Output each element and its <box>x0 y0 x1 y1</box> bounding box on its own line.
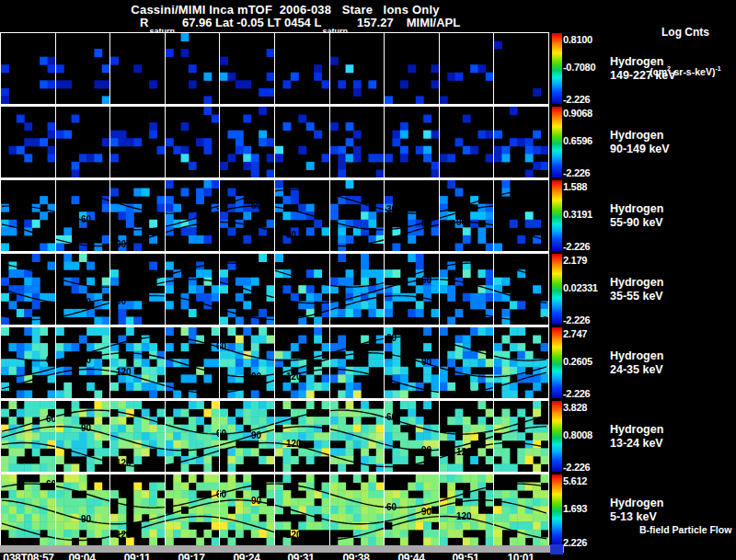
l-value: 157.27 <box>357 16 394 29</box>
cb-min-row7: 2.226 <box>563 537 627 548</box>
colorbar-row6 <box>552 401 562 472</box>
time-tick-2: 09:04 <box>68 552 95 560</box>
bfield-particle-flow-label: B-field Particle Flow <box>639 524 731 535</box>
cb-max-row2: 0.9068 <box>563 108 627 119</box>
time-tick-6: 09:31 <box>287 552 314 560</box>
ephemeris-values: 67.96 Lat -0.05 LT 0454 L <box>182 16 322 29</box>
cb-min-row1: -2.226 <box>563 94 627 105</box>
time-tick-10: 10:01 <box>507 552 534 560</box>
cb-min-row5: -2.226 <box>563 388 627 399</box>
colorbar-row5 <box>552 327 562 398</box>
row1-species-label: Hydrogen 149-227 keV <box>610 55 676 83</box>
time-tick-8: 09:44 <box>397 552 424 560</box>
cb-max-row6: 3.828 <box>563 402 627 413</box>
time-tick-9: 09:51 <box>452 552 478 560</box>
row2-species-label: Hydrogen 90-149 keV <box>610 129 670 156</box>
row6-species-label: Hydrogen 13-24 keV <box>610 423 663 451</box>
units-line1: Log Cnts <box>626 27 736 39</box>
colorbar-row2 <box>552 107 562 177</box>
cb-max-row5: 2.747 <box>563 328 627 339</box>
row3-species-label: Hydrogen 55-90 keV <box>610 202 663 230</box>
cb-min-row2: -2.226 <box>563 167 627 178</box>
cb-max-row4: 2.179 <box>563 255 627 266</box>
time-tick-3: 09:11 <box>124 552 151 560</box>
time-tick-1: 038T08:57 <box>3 552 53 560</box>
cb-max-row1: 0.8100 <box>563 34 627 45</box>
colorbar-tail <box>550 544 563 554</box>
cb-max-row3: 1.588 <box>563 181 627 192</box>
colorbar-row7 <box>552 474 562 545</box>
row5-species-label: Hydrogen 24-35 keV <box>610 349 663 377</box>
mimi-spectrogram-window: Cassini/MIMI Inca mTOF 2006-038 Stare Io… <box>0 0 736 560</box>
cb-max-row7: 5.612 <box>563 475 627 486</box>
colorbar-row3 <box>552 180 562 251</box>
cb-min-row4: -2.226 <box>563 314 627 326</box>
ephemeris-line: Rsaturn67.96 Lat -0.05 LT 0454 Lsaturn15… <box>140 16 460 29</box>
colorbar-row1 <box>552 33 562 104</box>
time-tick-4: 09:17 <box>178 552 204 560</box>
r-label: R <box>140 16 148 29</box>
cb-min-row6: -2.226 <box>563 462 627 473</box>
colorbar-row4 <box>552 254 562 325</box>
colorbar-units-label: Log Cnts (cm2-sr-s-keV)-1 <box>626 3 736 102</box>
credit-label: MIMI/APL <box>407 16 461 29</box>
cb-min-row3: -2.226 <box>563 241 627 252</box>
row7-species-label: Hydrogen 5-13 keV <box>610 497 663 524</box>
time-tick-7: 09:38 <box>342 552 369 560</box>
time-tick-5: 09:24 <box>233 552 259 560</box>
plot-title: Cassini/MIMI Inca mTOF 2006-038 Stare Io… <box>0 3 570 17</box>
row4-species-label: Hydrogen 35-55 keV <box>610 276 663 303</box>
spectrogram-grid-canvas <box>0 32 549 545</box>
